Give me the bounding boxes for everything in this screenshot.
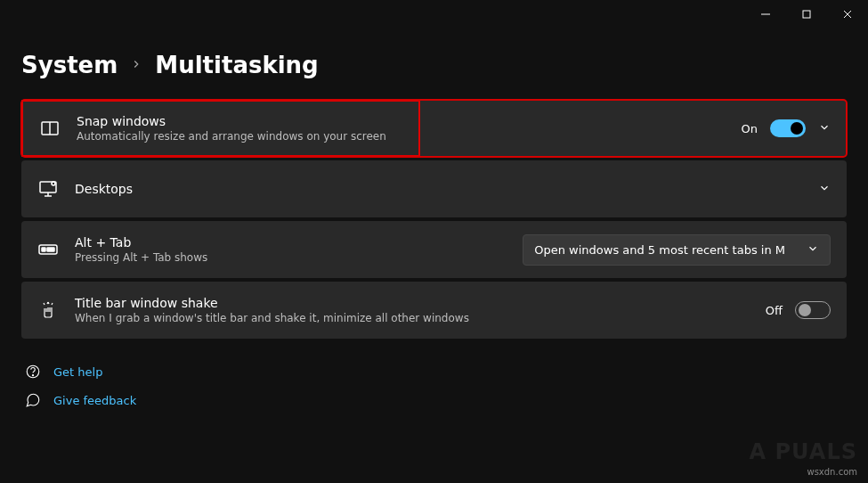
svg-rect-13 xyxy=(42,248,45,251)
svg-rect-1 xyxy=(803,11,810,18)
breadcrumb-parent[interactable]: System xyxy=(21,52,118,78)
row-subtitle: When I grab a window's title bar and sha… xyxy=(75,312,750,324)
row-title: Title bar window shake xyxy=(75,296,750,310)
row-text: Title bar window shake When I grab a win… xyxy=(75,296,750,324)
minimize-button[interactable] xyxy=(745,0,786,29)
row-text: Snap windows Automatically resize and ar… xyxy=(77,114,386,143)
highlight-box: Snap windows Automatically resize and ar… xyxy=(21,100,420,157)
feedback-icon xyxy=(25,392,41,408)
footer-links: Get help Give feedback xyxy=(21,364,847,408)
desktops-icon xyxy=(37,178,59,200)
row-alt-tab[interactable]: Alt + Tab Pressing Alt + Tab shows Open … xyxy=(21,221,847,278)
expand-chevron-icon[interactable] xyxy=(818,181,831,198)
link-label: Give feedback xyxy=(53,394,136,407)
row-title: Snap windows xyxy=(77,114,386,128)
maximize-button[interactable] xyxy=(786,0,827,29)
alt-tab-dropdown[interactable]: Open windows and 5 most recent tabs in M xyxy=(523,234,831,266)
row-controls: Off xyxy=(766,301,831,319)
toggle-state-label: Off xyxy=(766,304,783,317)
row-controls: On xyxy=(742,119,831,137)
watermark-site: wsxdn.com xyxy=(750,466,857,478)
row-controls: Open windows and 5 most recent tabs in M xyxy=(523,234,831,266)
window-shake-icon xyxy=(37,299,59,321)
help-icon xyxy=(25,364,41,380)
alt-tab-icon xyxy=(37,239,59,260)
expand-chevron-icon[interactable] xyxy=(818,120,831,137)
dropdown-value: Open windows and 5 most recent tabs in M xyxy=(534,243,785,257)
row-title: Desktops xyxy=(75,182,802,196)
row-title-bar-shake[interactable]: Title bar window shake When I grab a win… xyxy=(21,282,847,339)
give-feedback-link[interactable]: Give feedback xyxy=(25,392,847,408)
breadcrumb: System Multitasking xyxy=(21,43,847,100)
row-subtitle: Automatically resize and arrange windows… xyxy=(77,130,386,143)
row-title: Alt + Tab xyxy=(75,235,507,250)
get-help-link[interactable]: Get help xyxy=(25,364,847,380)
settings-list: Snap windows Automatically resize and ar… xyxy=(21,100,847,339)
chevron-right-icon xyxy=(130,57,142,74)
row-snap-windows[interactable]: Snap windows Automatically resize and ar… xyxy=(21,100,847,157)
snap-toggle[interactable] xyxy=(770,119,806,137)
snap-windows-icon xyxy=(39,118,61,139)
row-text: Alt + Tab Pressing Alt + Tab shows xyxy=(75,235,507,264)
titlebar xyxy=(0,0,868,29)
row-subtitle: Pressing Alt + Tab shows xyxy=(75,251,507,264)
watermark-brand: A PUALS xyxy=(750,438,857,466)
svg-point-16 xyxy=(32,375,33,376)
watermark: A PUALS wsxdn.com xyxy=(750,438,857,478)
breadcrumb-current: Multitasking xyxy=(155,52,318,78)
row-desktops[interactable]: Desktops xyxy=(21,160,847,217)
window-frame: System Multitasking Snap windows Automat… xyxy=(0,0,868,483)
content-area: System Multitasking Snap windows Automat… xyxy=(0,29,868,408)
chevron-down-icon xyxy=(807,242,819,258)
close-button[interactable] xyxy=(827,0,868,29)
shake-toggle[interactable] xyxy=(795,301,831,319)
link-label: Get help xyxy=(53,365,102,379)
toggle-state-label: On xyxy=(742,122,758,135)
row-text: Desktops xyxy=(75,182,802,196)
row-controls xyxy=(818,181,831,198)
svg-rect-14 xyxy=(47,248,54,251)
